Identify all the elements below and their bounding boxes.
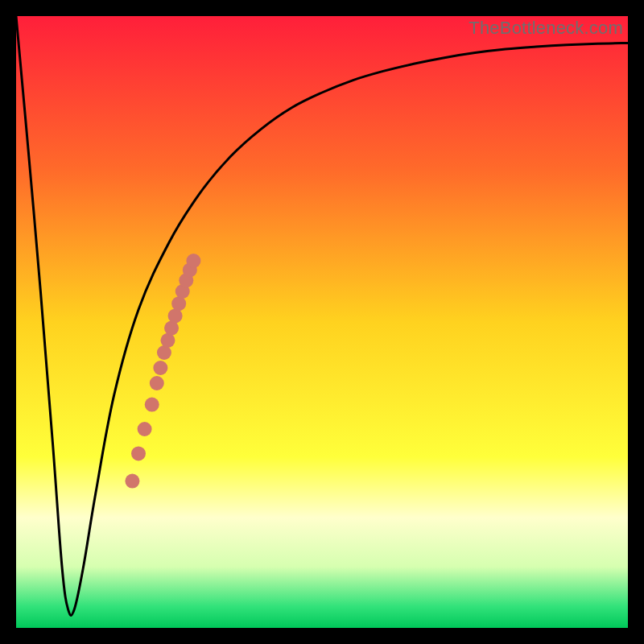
highlight-dot xyxy=(138,422,152,436)
highlight-dot xyxy=(131,446,146,460)
highlight-dot xyxy=(145,398,159,412)
highlight-dot xyxy=(153,361,167,375)
bottleneck-plot xyxy=(16,16,628,628)
watermark-text: TheBottleneck.com xyxy=(469,18,623,39)
highlight-dot xyxy=(171,296,186,311)
chart-frame: TheBottleneck.com xyxy=(16,16,628,628)
highlight-dot xyxy=(160,333,175,348)
plot-background xyxy=(16,16,628,628)
highlight-dot xyxy=(150,376,164,390)
highlight-dot xyxy=(164,321,179,336)
highlight-dot xyxy=(157,345,171,360)
highlight-dot xyxy=(168,308,183,323)
highlight-dot xyxy=(125,474,139,489)
highlight-dot xyxy=(186,254,200,268)
